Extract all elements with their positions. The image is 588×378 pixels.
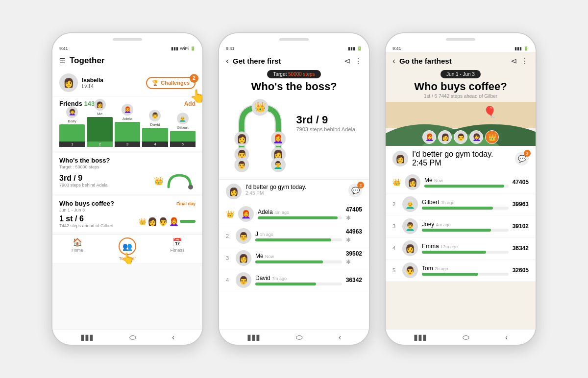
phone2-system-bar: ▮▮▮ ⬭ ‹ (219, 329, 369, 345)
s3-name-2: Gilbert 1h ago (422, 199, 509, 206)
chat-badge: 2 (357, 182, 364, 189)
cursor-hand-icon: 👆 (190, 89, 202, 104)
phone1-status-bar: 9:41 ▮▮▮WiFi🔋 (52, 45, 202, 52)
phone3-subtitle: 1st / 6 7442 steps ahead of Gilber (386, 94, 536, 99)
svg-text:👨: 👨 (237, 161, 246, 169)
phone2-content: ‹ Get there first ⊲ ⋮ Target 50000 steps… (219, 52, 369, 329)
nav-cursor-icon: 👆 (121, 252, 134, 265)
back-button[interactable]: ‹ (226, 56, 229, 66)
rank-text: 3rd / 9 (296, 114, 356, 126)
more-icon[interactable]: ⋮ (354, 56, 362, 66)
challenges-label: Challenges (161, 80, 190, 86)
leaderboard-bar: 👩‍🦱 Baily 1 👩 Me 2 👩‍🦰 Adela (52, 109, 202, 151)
nav-fitness[interactable]: 📅 Fitness (152, 237, 202, 261)
s3-avatar-4: 👩 (402, 240, 418, 256)
nav-together[interactable]: 👥 👆 Together (102, 237, 152, 261)
message-avatar: 👩 (226, 184, 242, 199)
menu-icon-3: ✱ (346, 259, 351, 265)
rank-sub-text: 7903 steps behind Adela (296, 126, 356, 132)
phone3-message-avatar: 👩 (392, 151, 408, 166)
s3-rank-5: 5 (392, 267, 398, 273)
phone2-notch (219, 33, 369, 45)
target-pill: Target 50000 steps (267, 70, 320, 78)
sys2-icon-3: ‹ (339, 333, 341, 342)
challenges-badge: 2 (190, 74, 198, 83)
rank-num-3: 3 (226, 255, 232, 261)
nav-home[interactable]: 🏠 Home (52, 237, 102, 261)
lb-rank-1: 1 (59, 142, 85, 147)
lb-item-2: 👩 Me 2 (87, 99, 112, 147)
profile-level: Lv.14 (82, 84, 103, 89)
share-icon-3[interactable]: ⊲ (511, 56, 517, 66)
lb-item-4: 👨 David 4 (142, 110, 168, 147)
phone2: 9:41 ▮▮▮🔋 ‹ Get there first ⊲ ⋮ Target 5 (218, 32, 370, 346)
track-svg-1 (164, 171, 196, 190)
challenge2-rank-sub: 7442 steps ahead of Gilbert (59, 223, 114, 228)
date-pill: Jun 1 - Jun 3 (441, 70, 481, 78)
profile-name: Isabella (82, 77, 103, 84)
profile-info: Isabella Lv.14 (82, 77, 103, 89)
phone1-screen: ☰ Together 👩 Isabella Lv.14 (52, 52, 202, 329)
s3-row-1: 👑 👩 Me Now 47405 (386, 171, 536, 193)
phone3-challenge-title: Who buys coffee? (392, 80, 529, 93)
avatar: 👩 (59, 73, 78, 92)
s3-row-5: 5 👨 Tom 2h ago 32605 (386, 260, 536, 282)
lb-item-3: 👩‍🦰 Adela 3 (115, 104, 140, 147)
phone1-notch (52, 33, 202, 45)
lb-rank-3: 3 (115, 142, 140, 147)
challenges-button[interactable]: 🏆 Challenges 2 (146, 77, 196, 89)
lb-bar-1 (59, 124, 85, 142)
hamburger-icon[interactable]: ☰ (59, 57, 66, 65)
phone3-message-time: 2:45 PM (412, 159, 493, 167)
chat-icon[interactable]: 💬 2 (348, 184, 362, 197)
more-icon-3[interactable]: ⋮ (521, 56, 529, 66)
lb-avatar-5: 👨‍🦳 (177, 113, 189, 124)
share-icon[interactable]: ⊲ (344, 56, 350, 66)
challenge2-title: Who buys coffee? (59, 200, 114, 207)
menu-icon-1: ✱ (346, 214, 351, 221)
phone1-header: ☰ Together (52, 52, 202, 70)
challenge2-date: Jun 1 - Jun 3 (59, 208, 196, 213)
phone3-system-bar: ▮▮▮ ⬭ ‹ (386, 329, 536, 345)
lb-row-avatar-1: 👩‍🦰 (238, 206, 254, 222)
phone1-profile: 👩 Isabella Lv.14 🏆 Challenges 2 (52, 70, 202, 96)
svg-text:👑: 👑 (254, 101, 266, 113)
crown-icon-1: 👑 (226, 210, 234, 218)
landscape-avatar-4: 👩‍🦱 (469, 130, 483, 144)
lb-row-avatar-4: 👨 (236, 272, 251, 288)
challenge2-rank: 1 st / 6 (59, 214, 114, 223)
home-icon: 🏠 (73, 237, 82, 247)
lb-row-steps-3: 39502 (346, 250, 362, 257)
s3-rank-4: 4 (392, 245, 398, 251)
scene: 9:41 ▮▮▮WiFi🔋 ☰ Together 👩 (0, 0, 588, 378)
landscape-avatar-5: 👑 (485, 130, 499, 144)
phone2-rank: 3rd / 9 7903 steps behind Adela (296, 114, 356, 132)
challenge1-visual: 👑 (154, 171, 196, 190)
challenge1-rank-sub: 7903 steps behind Adela (59, 183, 108, 188)
s3-crown-1: 👑 (392, 178, 401, 186)
back-button-3[interactable]: ‹ (392, 56, 395, 66)
phone1-system-bar: ▮▮▮ ⬭ ‹ (52, 329, 202, 345)
lb-row-4: 4 👨 David 7m ago 36342 (219, 269, 369, 291)
phone3-chat-badge: 2 (524, 150, 531, 157)
phone3-screen: ‹ Go the farthest ⊲ ⋮ Jun 1 - Jun 3 Who … (386, 52, 536, 329)
challenge-card-2[interactable]: Who buys coffee? Final day Jun 1 - Jun 3… (52, 196, 202, 232)
s3-rank-2: 2 (392, 201, 398, 207)
together-icon: 👥 (122, 242, 132, 251)
phone1-content: ☰ Together 👩 Isabella Lv.14 (52, 52, 202, 329)
phone3-chat-icon[interactable]: 💬 2 (515, 152, 529, 165)
challenges-btn-wrap: 🏆 Challenges 2 👆 (146, 77, 196, 89)
lb-avatar-2: 👩 (94, 99, 106, 111)
sys-icon-1: ▮▮▮ (80, 332, 94, 342)
race-track: 👑 👩‍🦰 👩 👨 👩 👨‍🦱 👨 (226, 97, 362, 175)
phone2-status-bar: 9:41 ▮▮▮🔋 (219, 45, 369, 52)
challenge-card-1[interactable]: Who's the boss? Target : 50000 steps 3rd… (52, 153, 202, 194)
together-circle: 👥 👆 (119, 237, 136, 255)
sys-icon-2: ⬭ (129, 333, 136, 342)
phone2-header: ‹ Get there first ⊲ ⋮ (219, 52, 369, 70)
phone2-leaderboard: 👑 👩‍🦰 Adela 4m ago 47405 ✱ 2 � (219, 203, 369, 291)
s3-name-4: Emma 12m ago (422, 243, 509, 250)
phone3-title: Go the farthest (399, 57, 511, 65)
lb-row-steps-4: 36342 (346, 277, 362, 284)
lb-row-name-1: Adela 4m ago (258, 209, 342, 215)
